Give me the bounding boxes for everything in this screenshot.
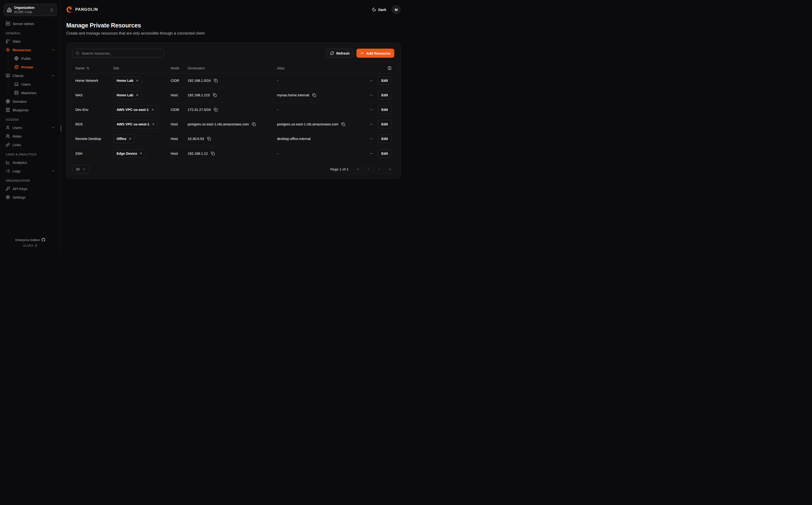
alias-copy-button[interactable] [341, 122, 346, 127]
chevron-down-icon [51, 126, 55, 129]
column-alias: Alias [277, 66, 284, 70]
edit-button[interactable]: Edit [378, 135, 391, 143]
table-row: NAS Home Lab Host 192.168.1.210 mynas.ho… [72, 88, 394, 103]
sidebar-item-machines[interactable]: Machines [8, 89, 57, 97]
brand[interactable]: PANGOLIN [66, 6, 98, 13]
copy-icon [312, 93, 316, 97]
copy-icon [341, 122, 345, 126]
sidebar-item-logs[interactable]: Logs [4, 167, 57, 175]
row-name: SSH [75, 152, 82, 155]
site-link[interactable]: AWS VPC us-east-1 [113, 106, 157, 114]
sidebar-item-blueprints[interactable]: Blueprints [4, 106, 57, 114]
globe-icon [14, 56, 19, 60]
site-link[interactable]: Office [113, 135, 135, 143]
row-alias: postgres.us-east-1.rds.amazonaws.com [277, 122, 338, 126]
column-visibility-button[interactable] [388, 66, 391, 70]
section-organization: ORGANIZATION [6, 179, 55, 182]
row-menu-button[interactable] [369, 151, 374, 156]
page-size-select[interactable]: 20 [72, 165, 89, 174]
last-page-button[interactable] [386, 165, 394, 174]
sidebar-item-label: Links [13, 143, 21, 147]
site-tag-label: Office [117, 137, 126, 141]
edit-button[interactable]: Edit [378, 120, 391, 129]
sidebar-item-domains[interactable]: Domains [4, 97, 57, 106]
arrow-up-right-icon [151, 108, 154, 111]
theme-label: Dark [378, 8, 386, 12]
row-name: Remote Desktop [75, 137, 101, 141]
sidebar-item-private[interactable]: Private [8, 63, 57, 71]
search-icon [75, 51, 79, 55]
version-line[interactable]: v1.13.0 [23, 244, 37, 247]
sidebar-item-users[interactable]: Users [4, 123, 57, 132]
avatar[interactable]: M [392, 5, 401, 14]
row-menu-button[interactable] [369, 78, 374, 83]
edit-button[interactable]: Edit [378, 91, 391, 100]
section-general: GENERAL [6, 32, 55, 35]
section-access: ACCESS [6, 118, 55, 121]
destination-copy-button[interactable] [213, 78, 218, 83]
building-icon [7, 8, 12, 12]
edit-button[interactable]: Edit [378, 149, 391, 158]
column-site: Site [113, 66, 119, 70]
table-row: SSH Edge Device Host 192.168.1.12 - Edit [72, 146, 394, 161]
row-mode: Host [171, 122, 178, 126]
row-destination: 172.31.27.0/24 [188, 108, 211, 112]
site-link[interactable]: Home Lab [113, 91, 142, 100]
row-menu-button[interactable] [369, 107, 374, 113]
sidebar-item-server-admin[interactable]: Server Admin [4, 19, 57, 28]
edit-button[interactable]: Edit [378, 76, 391, 85]
site-tag-label: AWS VPC us-west-1 [117, 122, 150, 126]
row-menu-button[interactable] [369, 121, 374, 127]
site-link[interactable]: Home Lab [113, 76, 142, 85]
destination-copy-button[interactable] [251, 122, 256, 127]
row-menu-button[interactable] [369, 92, 374, 98]
sidebar-item-resources[interactable]: Resources [4, 45, 57, 54]
github-icon[interactable] [41, 238, 45, 242]
server-icon [6, 21, 10, 26]
sidebar-scrollbar-thumb[interactable] [60, 125, 61, 131]
arrow-up-right-icon [129, 137, 132, 140]
globe-lock-icon [14, 65, 19, 69]
search-input[interactable] [82, 51, 161, 55]
copy-icon [214, 79, 218, 82]
link-icon [6, 143, 10, 147]
edit-button[interactable]: Edit [378, 106, 391, 114]
sidebar-item-public[interactable]: Public [8, 54, 57, 63]
theme-toggle[interactable]: Dark [372, 7, 386, 12]
sidebar-item-label: Logs [13, 169, 20, 173]
sidebar-item-label: Resources [13, 48, 31, 52]
copy-icon [214, 108, 218, 112]
row-alias: - [277, 108, 278, 112]
sidebar-item-sites[interactable]: Sites [4, 37, 57, 45]
sidebar-footer: Enterprise Edition v1.13.0 [4, 238, 57, 248]
edition-label: Enterprise Edition [15, 238, 40, 242]
sidebar-item-analytics[interactable]: Analytics [4, 158, 57, 167]
add-resource-button[interactable]: Add Resource [356, 49, 394, 58]
sidebar-item-settings[interactable]: Settings [4, 193, 57, 201]
destination-copy-button[interactable] [213, 107, 218, 112]
next-page-button[interactable] [375, 165, 384, 174]
org-selector[interactable]: Organization ACME Corp. [4, 4, 57, 16]
refresh-button[interactable]: Refresh [326, 49, 354, 58]
site-link[interactable]: AWS VPC us-west-1 [113, 120, 158, 129]
prev-page-button[interactable] [364, 165, 373, 174]
destination-copy-button[interactable] [207, 136, 211, 141]
first-page-button[interactable] [353, 165, 362, 174]
sidebar-item-client-users[interactable]: Users [8, 80, 57, 89]
sidebar-item-roles[interactable]: Roles [4, 132, 57, 140]
destination-copy-button[interactable] [212, 93, 217, 98]
sidebar-item-api-keys[interactable]: API Keys [4, 184, 57, 193]
destination-copy-button[interactable] [210, 151, 215, 156]
sort-icon[interactable] [86, 66, 89, 70]
sidebar-item-label: Private [21, 65, 33, 69]
logs-icon [6, 169, 10, 173]
sidebar-item-label: Analytics [13, 160, 27, 165]
resources-card: Refresh Add Resource Name Site Mode Dest… [66, 43, 401, 179]
site-link[interactable]: Edge Device [113, 149, 146, 158]
sidebar-item-links[interactable]: Links [4, 140, 57, 149]
row-menu-button[interactable] [369, 136, 374, 142]
alias-copy-button[interactable] [312, 93, 317, 98]
site-tag-label: Edge Device [117, 152, 137, 155]
column-destination: Destination [188, 66, 205, 70]
sidebar-item-clients[interactable]: Clients [4, 71, 57, 80]
